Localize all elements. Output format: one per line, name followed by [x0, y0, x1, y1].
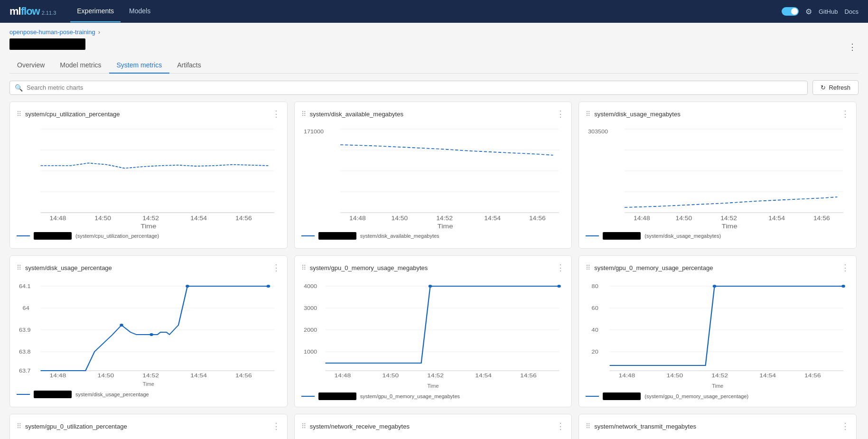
chart-menu-icon[interactable]: ⋮	[841, 109, 849, 119]
svg-point-52	[149, 333, 153, 336]
svg-point-54	[267, 285, 271, 288]
svg-text:14:48: 14:48	[334, 373, 351, 378]
tab-system-metrics[interactable]: System metrics	[109, 57, 170, 74]
svg-text:80: 80	[592, 284, 598, 289]
chart-body: 6000 4000	[301, 436, 565, 439]
svg-text:Time: Time	[722, 223, 737, 228]
legend-line	[17, 235, 30, 236]
svg-text:14:50: 14:50	[676, 215, 692, 222]
drag-handle-icon[interactable]: ⠿	[586, 264, 590, 271]
breadcrumb-project[interactable]: openpose-human-pose-training	[9, 28, 95, 36]
chart-footer: system/disk_usage_percentage	[17, 391, 280, 398]
drag-handle-icon[interactable]: ⠿	[301, 110, 306, 118]
legend-line	[586, 235, 599, 236]
tab-artifacts[interactable]: Artifacts	[169, 57, 209, 74]
page-container: openpose-human-pose-training › ⋮ Overvie…	[0, 23, 868, 439]
toolbar: 🔍 ↻ Refresh	[9, 80, 859, 95]
theme-toggle[interactable]	[782, 7, 799, 16]
chart-menu-icon[interactable]: ⋮	[841, 262, 849, 273]
svg-text:Time: Time	[140, 223, 156, 228]
chart-menu-icon[interactable]: ⋮	[556, 109, 565, 119]
logo-text: mlflow	[9, 5, 40, 18]
svg-text:14:52: 14:52	[712, 373, 728, 378]
svg-text:14:52: 14:52	[142, 215, 159, 222]
chart-menu-icon[interactable]: ⋮	[556, 421, 565, 431]
tab-model-metrics[interactable]: Model metrics	[52, 57, 109, 74]
legend-run-label	[603, 392, 641, 400]
run-actions-menu[interactable]: ⋮	[848, 42, 857, 52]
header-right: ⚙ GitHub Docs	[782, 7, 859, 16]
nav-models[interactable]: Models	[122, 0, 157, 22]
chart-menu-icon[interactable]: ⋮	[272, 262, 280, 273]
legend-metric: system/gpu_0_memory_usage_megabytes	[360, 393, 460, 399]
svg-text:14:50: 14:50	[94, 215, 111, 222]
chart-body: 4000 3000 2000 1000 14:48 14:50 14:52 14…	[301, 278, 565, 382]
nav-experiments[interactable]: Experiments	[70, 0, 121, 22]
chart-menu-icon[interactable]: ⋮	[841, 421, 849, 431]
search-input[interactable]	[27, 84, 803, 91]
drag-handle-icon[interactable]: ⠿	[301, 422, 306, 430]
svg-text:14:52: 14:52	[427, 373, 444, 378]
chart-menu-icon[interactable]: ⋮	[272, 421, 280, 431]
version-label: 2.11.3	[42, 10, 56, 16]
drag-handle-icon[interactable]: ⠿	[586, 110, 590, 118]
chart-title: system/disk_available_megabytes	[310, 111, 553, 118]
svg-text:4000: 4000	[304, 284, 317, 289]
app-header: mlflow 2.11.3 Experiments Models ⚙ GitHu…	[0, 0, 868, 23]
chart-body: 171000 14:48 14:50 14:52 14:54 14:56	[301, 124, 565, 228]
svg-text:64.1: 64.1	[19, 284, 31, 289]
svg-text:14:50: 14:50	[391, 215, 408, 222]
svg-text:14:56: 14:56	[235, 373, 252, 378]
svg-text:14:54: 14:54	[190, 215, 207, 222]
chart-footer: system/gpu_0_memory_usage_megabytes	[301, 392, 565, 400]
refresh-icon: ↻	[821, 84, 826, 91]
chart-header: ⠿ system/disk_usage_percentage ⋮	[17, 262, 280, 273]
chart-footer: (system/gpu_0_memory_usage_percentage)	[586, 392, 849, 400]
chart-disk-available: ⠿ system/disk_available_megabytes ⋮ 1710…	[294, 102, 572, 249]
chart-disk-usage-mb: ⠿ system/disk_usage_megabytes ⋮ 303500 1…	[579, 102, 857, 249]
tab-overview[interactable]: Overview	[9, 57, 52, 74]
app-logo: mlflow 2.11.3	[9, 5, 56, 18]
svg-text:14:48: 14:48	[619, 373, 635, 378]
svg-text:Time: Time	[437, 223, 453, 228]
run-title	[9, 38, 85, 50]
svg-text:63.8: 63.8	[19, 349, 31, 355]
refresh-button[interactable]: ↻ Refresh	[812, 80, 859, 95]
legend-run-label	[603, 232, 641, 240]
chart-body: 80 60 40 20 14:48 14:50 14:52 14:54 14:	[586, 278, 849, 382]
legend-metric: system/disk_usage_percentage	[75, 392, 149, 397]
chart-header: ⠿ system/gpu_0_memory_usage_percentage ⋮	[586, 262, 849, 273]
svg-point-53	[120, 324, 123, 327]
svg-text:14:54: 14:54	[769, 215, 785, 222]
docs-link[interactable]: Docs	[844, 8, 859, 15]
drag-handle-icon[interactable]: ⠿	[17, 422, 21, 430]
refresh-label: Refresh	[829, 84, 850, 91]
chart-title: system/cpu_utilization_percentage	[25, 111, 268, 118]
drag-handle-icon[interactable]: ⠿	[586, 422, 590, 430]
chart-title: system/disk_usage_percentage	[25, 264, 268, 271]
chart-menu-icon[interactable]: ⋮	[272, 109, 280, 119]
chart-body: 64.1 64 63.9 63.8 63.7 14:48 14:50	[17, 278, 280, 382]
drag-handle-icon[interactable]: ⠿	[17, 110, 21, 118]
svg-point-51	[186, 285, 189, 288]
drag-handle-icon[interactable]: ⠿	[17, 264, 21, 271]
svg-text:14:56: 14:56	[235, 215, 252, 222]
github-link[interactable]: GitHub	[819, 8, 838, 15]
svg-point-70	[557, 285, 561, 288]
legend-metric: (system/gpu_0_memory_usage_percentage)	[644, 393, 748, 399]
search-bar: 🔍	[9, 81, 808, 95]
legend-run-label	[318, 392, 356, 400]
legend-metric: system/disk_available_megabytes	[360, 233, 439, 239]
svg-text:14:56: 14:56	[529, 215, 546, 222]
drag-handle-icon[interactable]: ⠿	[301, 264, 306, 271]
chart-title: system/gpu_0_memory_usage_percentage	[594, 264, 837, 271]
chart-body: 14:48 14:50 14:52 14:54 14:56 Time	[17, 124, 280, 228]
chart-net-receive: ⠿ system/network_receive_megabytes ⋮ 600…	[294, 414, 572, 439]
search-icon: 🔍	[15, 84, 23, 92]
gear-icon[interactable]: ⚙	[805, 7, 812, 16]
svg-text:14:52: 14:52	[142, 373, 159, 378]
chart-title: system/network_transmit_megabytes	[594, 423, 837, 430]
svg-text:14:48: 14:48	[49, 215, 66, 222]
chart-menu-icon[interactable]: ⋮	[556, 262, 565, 273]
chart-gpu-mem-pct: ⠿ system/gpu_0_memory_usage_percentage ⋮…	[579, 255, 857, 407]
